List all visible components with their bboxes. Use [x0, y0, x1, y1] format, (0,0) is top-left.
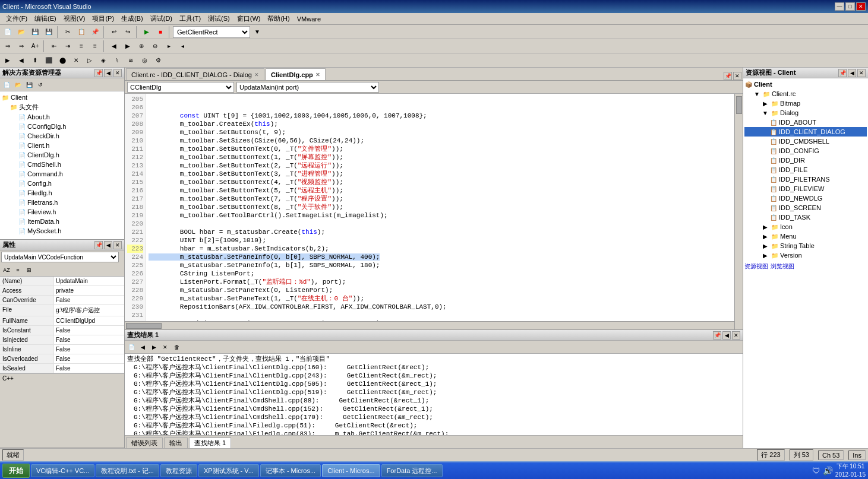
find-result-8[interactable]: G:\程序\客户远控木马\ClientFinal\Filedlg.cpp(83)…	[127, 430, 740, 435]
stop-btn[interactable]: ■	[154, 26, 167, 39]
copy-btn[interactable]: 📋	[75, 26, 88, 39]
tab-close-cpp[interactable]: ✕	[315, 72, 320, 78]
find-result-2[interactable]: G:\程序\客户远控木马\ClientFinal\ClientDlg.cpp(5…	[127, 380, 740, 388]
config-combo[interactable]: GetClientRect	[173, 26, 250, 38]
pin-btn[interactable]: 📌	[94, 69, 103, 77]
extra12[interactable]: ⚙	[151, 54, 165, 67]
taskbar-client-btn[interactable]: Client - Micros...	[322, 464, 380, 477]
extra2[interactable]: ◀	[15, 54, 28, 67]
new-file-btn[interactable]: 📄	[1, 26, 14, 39]
right-tree-idd-newdlg[interactable]: 📋 IDD_NEWDLG	[744, 193, 867, 203]
right-tree-clientrc[interactable]: ▼ 📁 Client.rc	[744, 89, 867, 99]
right-tree-idd-config[interactable]: 📋 IDD_CONFIG	[744, 146, 867, 156]
debug-step1[interactable]: ⇒	[1, 40, 14, 53]
tree-about-h[interactable]: 📄 About.h	[1, 112, 123, 122]
find-pin-btn[interactable]: 📌	[713, 331, 721, 340]
right-tree-idd-fileview[interactable]: 📋 IDD_FILEVIEW	[744, 184, 867, 193]
find-arrow-btn[interactable]: ◀	[722, 331, 731, 340]
menu-build[interactable]: 生成(B)	[118, 13, 147, 24]
tree-clientdlg-h[interactable]: 📄 ClientDlg.h	[1, 150, 123, 160]
panel-close-btn[interactable]: ✕	[113, 69, 122, 77]
sol-save-btn[interactable]: 💾	[24, 80, 34, 90]
tab-close-panel-btn[interactable]: ✕	[733, 72, 741, 80]
find-prev-btn[interactable]: ◀	[137, 342, 148, 353]
extra7[interactable]: ▷	[83, 54, 96, 67]
comment-btn[interactable]: ≡	[75, 40, 88, 53]
combo-arrow-btn[interactable]: ▼	[251, 26, 264, 39]
prop-page-btn[interactable]: ⊞	[24, 265, 34, 275]
sol-refresh-btn[interactable]: ↺	[35, 80, 46, 90]
cut-btn[interactable]: ✂	[61, 26, 74, 39]
tree-filetrans-h[interactable]: 📄 Filetrans.h	[1, 198, 123, 207]
extra8[interactable]: ◈	[97, 54, 110, 67]
right-tree-idd-filetrans[interactable]: 📋 IDD_FILETRANS	[744, 175, 867, 184]
extra11[interactable]: ◎	[138, 54, 151, 67]
menu-vmware[interactable]: VMware	[293, 14, 324, 24]
tree-root-client[interactable]: 📁 Client	[1, 93, 123, 102]
bookmark1[interactable]: ⊕	[135, 40, 148, 53]
find-result-7[interactable]: G:\程序\客户远控木马\ClientFinal\Filedlg.cpp(51)…	[127, 421, 740, 430]
menu-edit[interactable]: 编辑(E)	[31, 13, 60, 24]
right-tree-idd-file[interactable]: 📋 IDD_FILE	[744, 165, 867, 175]
indent-btn[interactable]: ⇤	[48, 40, 61, 53]
menu-test[interactable]: 测试(S)	[204, 13, 233, 24]
uncomment-btn[interactable]: ≡	[89, 40, 102, 53]
right-tree-idd-client-dialog[interactable]: 📋 IDD_CLIENT_DIALOG	[744, 127, 867, 137]
right-tree-idd-cmdshell[interactable]: 📋 IDD_CMDSHELL	[744, 137, 867, 146]
tab-output[interactable]: 输出	[164, 437, 188, 448]
extra3[interactable]: ⬆	[29, 54, 42, 67]
vscrollbar[interactable]	[734, 94, 743, 329]
find-next-btn[interactable]: ▶	[149, 342, 159, 353]
props-close-btn[interactable]: ✕	[113, 241, 122, 249]
taskbar-notepad2-btn[interactable]: 记事本 - Micros...	[260, 464, 321, 477]
save-btn[interactable]: 💾	[29, 26, 42, 39]
right-tree-dialog[interactable]: ▼ 📁 Dialog	[744, 108, 867, 118]
right-close-btn[interactable]: ✕	[857, 69, 866, 77]
sol-open-btn[interactable]: 📂	[12, 80, 23, 90]
open-btn[interactable]: 📂	[15, 26, 28, 39]
tab-error-list[interactable]: 错误列表	[126, 437, 163, 448]
find-new-btn[interactable]: 📄	[126, 342, 137, 353]
find-result-6[interactable]: G:\程序\客户远控木马\ClientFinal\CmdShell.cpp(17…	[127, 413, 740, 421]
class-combo[interactable]: CClientDlg	[127, 82, 234, 93]
find-content[interactable]: 查找全部 "GetClientRect"，子文件夹，查找结果 1，"当前项目" …	[125, 354, 743, 435]
props-arrow-btn[interactable]: ◀	[104, 241, 112, 249]
find-result-3[interactable]: G:\程序\客户远控木马\ClientFinal\ClientDlg.cpp(5…	[127, 388, 740, 396]
method-combo[interactable]: UpdataMain(int port)	[236, 82, 379, 93]
right-pin-btn[interactable]: 📌	[838, 69, 847, 77]
tree-cconfigdlg-h[interactable]: 📄 CConfigDlg.h	[1, 122, 123, 131]
bookmark2[interactable]: ⊖	[149, 40, 162, 53]
debug-step3[interactable]: A+	[29, 40, 42, 53]
find-stop-btn[interactable]: ✕	[160, 342, 171, 353]
extra10[interactable]: ≋	[124, 54, 137, 67]
tab-find-results[interactable]: 查找结果 1	[189, 437, 231, 448]
right-tree-stringtable[interactable]: ▶ 📁 String Table	[744, 241, 867, 250]
menu-help[interactable]: 帮助(H)	[264, 13, 293, 24]
taskbar-fordata-btn[interactable]: ForData 远程控...	[381, 464, 443, 477]
bk-btn[interactable]: ◀	[108, 40, 121, 53]
tree-folder-source[interactable]: 📁 头文件	[1, 102, 123, 112]
extra4[interactable]: ⬛	[42, 54, 55, 67]
outdent-btn[interactable]: ⇥	[61, 40, 74, 53]
menu-window[interactable]: 窗口(W)	[233, 13, 264, 24]
redo-btn[interactable]: ↪	[121, 26, 134, 39]
tab-client-rc[interactable]: Client.rc - IDD_CLIENT_DIALOG - Dialog ✕	[126, 68, 264, 80]
tree-command-h[interactable]: 📄 Command.h	[1, 169, 123, 179]
find-close-btn[interactable]: ✕	[732, 331, 740, 340]
taskbar-notepad-btn[interactable]: 教程说明.txt - 记...	[96, 464, 159, 477]
tree-config-h[interactable]: 📄 Config.h	[1, 179, 123, 188]
find-result-0[interactable]: G:\程序\客户远控木马\ClientFinal\ClientDlg.cpp(1…	[127, 363, 740, 372]
tree-mysocket-h[interactable]: 📄 MySocket.h	[1, 226, 123, 236]
props-pin-btn[interactable]: 📌	[94, 241, 103, 249]
tree-fileview-h[interactable]: 📄 Fileview.h	[1, 207, 123, 217]
taskbar-xp-btn[interactable]: XP测试系统 - V...	[198, 464, 259, 477]
bookmark3[interactable]: ▸	[162, 40, 175, 53]
close-button[interactable]: ✕	[856, 2, 866, 11]
hscroll-thumb[interactable]	[126, 323, 162, 329]
menu-file[interactable]: 文件(F)	[2, 13, 31, 24]
extra1[interactable]: ▶	[1, 54, 14, 67]
start-btn[interactable]: ▶	[140, 26, 153, 39]
panel-arrow-btn[interactable]: ◀	[104, 69, 112, 77]
class-view-link[interactable]: 浏览视图	[771, 262, 794, 271]
minimize-button[interactable]: —	[835, 2, 844, 11]
